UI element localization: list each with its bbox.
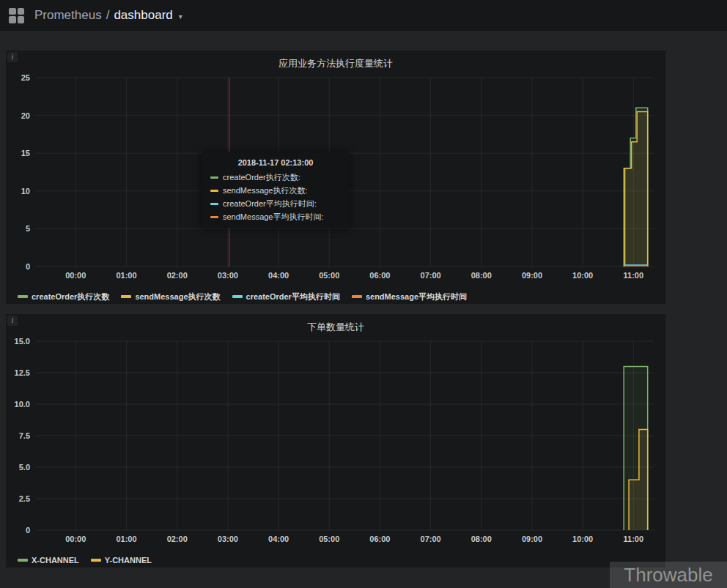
y-axis-tick-label: 10	[21, 187, 30, 196]
legend-swatch-icon	[18, 559, 28, 562]
legend-label: createOrder平均执行时间	[246, 291, 340, 302]
chart-tooltip: 2018-11-17 02:13:00 createOrder执行次数:send…	[202, 152, 350, 228]
legend-label: X-CHANNEL	[32, 556, 79, 565]
panel-title[interactable]: 下单数量统计	[6, 314, 665, 334]
x-axis-tick-label: 10:00	[572, 535, 593, 543]
y-axis-tick-label: 5.0	[19, 463, 30, 472]
tooltip-series-label: sendMessage平均执行时间:	[223, 212, 324, 223]
x-axis-tick-label: 09:00	[522, 271, 542, 280]
x-axis-tick-label: 00:00	[65, 535, 86, 543]
x-axis-tick-label: 07:00	[421, 271, 441, 280]
x-axis-tick-label: 08:00	[471, 271, 492, 280]
logo-square	[9, 16, 16, 23]
x-axis-tick-label: 06:00	[369, 271, 390, 280]
y-axis-tick-label: 15	[21, 149, 30, 157]
y-axis-tick-label: 7.5	[19, 431, 30, 440]
y-axis-tick-label: 25	[21, 73, 30, 82]
panel-method-metrics: i 应用业务方法执行度量统计 051015202500:0001:0002:00…	[6, 51, 665, 304]
breadcrumb-separator: /	[106, 8, 110, 23]
chart-legend: X-CHANNELY-CHANNEL	[6, 548, 665, 567]
legend-label: sendMessage执行次数	[135, 291, 220, 302]
x-axis-tick-label: 09:00	[522, 535, 542, 543]
x-axis-tick-label: 02:00	[167, 271, 188, 280]
y-axis-tick-label: 12.5	[15, 368, 30, 377]
tooltip-series-swatch-icon	[210, 203, 218, 205]
tooltip-series-label: sendMessage执行次数:	[223, 185, 308, 196]
tooltip-rows: createOrder执行次数:sendMessage执行次数:createOr…	[210, 171, 341, 223]
tooltip-series-swatch-icon	[210, 176, 218, 179]
x-axis-tick-label: 11:00	[624, 535, 644, 543]
x-axis-tick-label: 08:00	[471, 535, 492, 543]
x-axis-tick-label: 04:00	[268, 535, 289, 543]
tooltip-timestamp: 2018-11-17 02:13:00	[210, 158, 341, 167]
legend-item[interactable]: sendMessage执行次数	[121, 291, 220, 302]
y-axis-tick-label: 15.0	[15, 337, 30, 346]
x-axis-tick-label: 01:00	[116, 535, 136, 543]
y-axis-tick-label: 2.5	[19, 494, 30, 503]
tooltip-series-row: sendMessage执行次数:	[210, 184, 341, 197]
x-axis-tick-label: 11:00	[624, 271, 644, 280]
breadcrumb-page[interactable]: dashboard	[114, 8, 172, 23]
legend-item[interactable]: createOrder平均执行时间	[232, 291, 340, 302]
legend-label: sendMessage平均执行时间	[366, 291, 467, 302]
legend-swatch-icon	[121, 295, 131, 298]
legend-label: createOrder执行次数	[32, 291, 109, 302]
tooltip-series-label: createOrder执行次数:	[223, 172, 300, 183]
x-axis-tick-label: 03:00	[218, 535, 238, 543]
legend-label: Y-CHANNEL	[105, 556, 152, 565]
x-axis-tick-label: 05:00	[319, 535, 339, 543]
time-series-chart[interactable]: 02.55.07.510.012.515.000:0001:0002:0003:…	[6, 334, 665, 548]
y-axis-tick-label: 0	[26, 526, 30, 535]
chevron-down-icon[interactable]: ▾	[179, 10, 182, 21]
watermark: Throwable	[610, 562, 727, 588]
y-axis-tick-label: 20	[21, 111, 30, 120]
tooltip-series-row: createOrder平均执行时间:	[210, 197, 341, 210]
legend-item[interactable]: sendMessage平均执行时间	[352, 291, 467, 302]
legend-item[interactable]: Y-CHANNEL	[91, 556, 152, 565]
tooltip-series-label: createOrder平均执行时间:	[223, 198, 317, 209]
y-axis-tick-label: 10.0	[15, 400, 30, 409]
tooltip-series-row: sendMessage平均执行时间:	[210, 210, 341, 223]
x-axis-tick-label: 05:00	[319, 271, 339, 280]
chart-legend: createOrder执行次数sendMessage执行次数createOrde…	[6, 285, 665, 304]
logo-square	[9, 8, 16, 15]
x-axis-tick-label: 03:00	[218, 271, 238, 280]
legend-swatch-icon	[232, 295, 243, 298]
grafana-logo-icon[interactable]	[9, 8, 24, 23]
panel-order-count: i 下单数量统计 02.55.07.510.012.515.000:0001:0…	[6, 314, 665, 567]
legend-item[interactable]: X-CHANNEL	[18, 556, 79, 565]
breadcrumb: Prometheus / dashboard ▾	[34, 8, 182, 23]
breadcrumb-app[interactable]: Prometheus	[34, 8, 102, 23]
legend-swatch-icon	[91, 559, 101, 562]
panel-info-icon[interactable]: i	[7, 316, 18, 326]
x-axis-tick-label: 02:00	[167, 535, 188, 543]
panel-info-icon[interactable]: i	[7, 52, 18, 62]
panel-title[interactable]: 应用业务方法执行度量统计	[6, 51, 665, 70]
logo-square	[18, 8, 25, 15]
tooltip-series-row: createOrder执行次数:	[210, 171, 341, 184]
tooltip-series-swatch-icon	[210, 216, 218, 218]
x-axis-tick-label: 00:00	[65, 271, 86, 280]
navbar: Prometheus / dashboard ▾	[0, 0, 727, 31]
legend-swatch-icon	[352, 295, 362, 298]
x-axis-tick-label: 07:00	[421, 535, 441, 543]
x-axis-tick-label: 10:00	[572, 271, 593, 280]
tooltip-series-swatch-icon	[210, 190, 218, 192]
y-axis-tick-label: 5	[26, 224, 30, 233]
y-axis-tick-label: 0	[26, 262, 30, 271]
legend-swatch-icon	[18, 295, 28, 298]
legend-item[interactable]: createOrder执行次数	[18, 291, 109, 302]
x-axis-tick-label: 06:00	[369, 535, 390, 543]
x-axis-tick-label: 04:00	[268, 271, 289, 280]
logo-square	[18, 16, 25, 23]
x-axis-tick-label: 01:00	[116, 271, 136, 280]
